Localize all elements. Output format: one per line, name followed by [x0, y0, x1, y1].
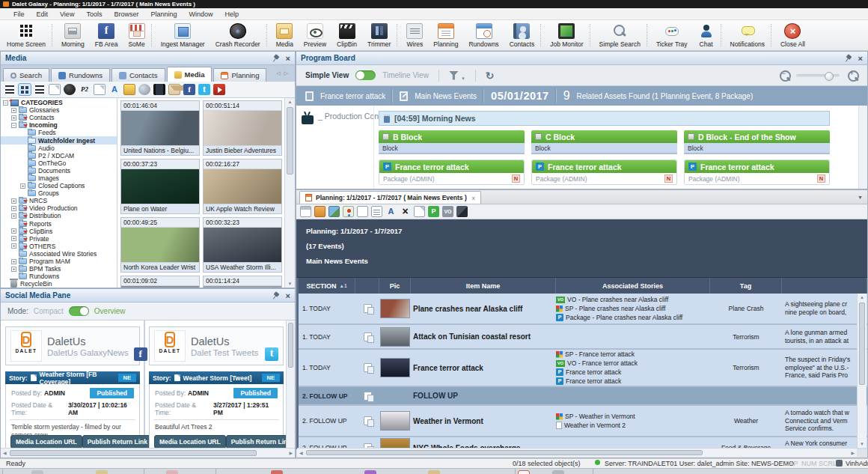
tree-item-onthego[interactable]: OnTheGo: [1, 159, 117, 167]
list-view-icon[interactable]: [4, 84, 16, 95]
text-tool-icon[interactable]: [385, 206, 397, 217]
scroll-down-icon[interactable]: ▼: [858, 442, 867, 446]
media-thumbnail[interactable]: 00:00:32:23USA Weather Storm Illi...: [203, 217, 282, 273]
mode-overview-label[interactable]: Overview: [94, 307, 126, 315]
rundown-name[interactable]: Main News Events: [415, 92, 477, 100]
collapse-icon[interactable]: [3, 100, 8, 106]
web-icon[interactable]: [138, 84, 150, 95]
tree-item-private[interactable]: Private: [1, 235, 117, 243]
toolbar-simple-search[interactable]: Simple Search: [594, 21, 646, 49]
tree-item-closed-captions[interactable]: Closed Captions: [1, 182, 117, 189]
pin-icon[interactable]: [270, 290, 281, 300]
new-document-icon[interactable]: [49, 84, 61, 95]
text-tool-icon[interactable]: [109, 84, 120, 95]
script-icon[interactable]: [371, 206, 382, 217]
expand-icon[interactable]: [11, 228, 16, 234]
scroll-right-icon[interactable]: ▶: [289, 450, 293, 455]
expand-icon[interactable]: [11, 267, 16, 272]
scrollbar-thumb[interactable]: [287, 107, 293, 174]
image-icon[interactable]: [328, 206, 340, 217]
associated-story[interactable]: France terror attack: [566, 368, 621, 376]
tree-item-bpm-tasks[interactable]: BPM Tasks: [1, 265, 117, 273]
expand-icon[interactable]: [11, 213, 16, 219]
tree-item-contacts[interactable]: Contacts: [1, 114, 117, 121]
expand-icon[interactable]: [11, 206, 16, 211]
tab-planning[interactable]: Planning: [213, 68, 266, 82]
filter-icon[interactable]: [449, 71, 459, 80]
calendar-icon[interactable]: [300, 206, 311, 217]
toolbar-chat[interactable]: Chat: [693, 21, 720, 49]
package-card[interactable]: PFrance terror attack Package (ADMIN)N: [379, 159, 525, 185]
toolbar-preview[interactable]: Preview: [299, 21, 331, 49]
menu-tools[interactable]: Tools: [80, 10, 108, 18]
thumbnail-scrollbar[interactable]: ▲ ▼: [284, 98, 295, 288]
social-hscrollbar[interactable]: ◀ ▶: [1, 448, 295, 458]
collapse-icon[interactable]: [11, 123, 16, 128]
toolbar-wires[interactable]: Wires: [401, 21, 428, 49]
scroll-up-icon[interactable]: ▲: [858, 295, 867, 300]
grid-view-icon[interactable]: [19, 84, 31, 95]
mail-icon[interactable]: [168, 84, 180, 95]
zoom-out-icon[interactable]: −: [777, 69, 790, 82]
tree-item-watchfolder-ingest[interactable]: Watchfolder Ingest: [1, 136, 117, 144]
table-row[interactable]: 1. TODAY France terror attack SP - Franc…: [299, 350, 867, 387]
social-vscrollbar[interactable]: [286, 320, 295, 449]
tree-item-clipbins[interactable]: ClipBins: [1, 228, 117, 235]
account-header[interactable]: DDALET DaletUs Dalet Test Tweets: [149, 326, 284, 365]
media-location-url-button[interactable]: Media Location URL: [154, 435, 226, 449]
wedge-icon[interactable]: [456, 206, 468, 217]
expand-icon[interactable]: [20, 183, 25, 189]
associated-story[interactable]: Package - Plane crashes near Alaska clif…: [566, 314, 682, 321]
toolbar-clipbin[interactable]: ClipBin: [331, 21, 362, 49]
p2-import-icon[interactable]: [79, 84, 91, 95]
menu-browser[interactable]: Browser: [108, 10, 144, 18]
media-thumbnail[interactable]: 00:01:09:02: [120, 276, 200, 288]
package-card[interactable]: PFrance terror attack Package (ADMIN)N: [531, 159, 677, 185]
menu-help[interactable]: Help: [218, 10, 245, 18]
expand-icon[interactable]: [11, 198, 16, 204]
publish-return-link-button[interactable]: Publish Return Link: [226, 435, 295, 449]
tab-contacts[interactable]: Contacts: [111, 68, 165, 82]
tree-item-rundowns[interactable]: Rundowns: [1, 273, 117, 280]
mode-toggle[interactable]: [69, 306, 89, 316]
tab-scroll-arrows[interactable]: ◁▷: [276, 70, 292, 76]
event-name[interactable]: France terror attack: [320, 92, 385, 100]
account-header[interactable]: DDALET DaletUs DaletUs GalaxyNews: [5, 326, 140, 365]
associated-story[interactable]: SP - France terror attack: [565, 350, 635, 358]
detail-view-icon[interactable]: [34, 84, 46, 95]
media-thumbnail[interactable]: 00:01:14:24: [203, 276, 282, 288]
youtube-icon[interactable]: [213, 84, 225, 95]
tree-item-documents[interactable]: Documents: [1, 167, 117, 174]
toolbar-morning[interactable]: Morning: [56, 21, 90, 49]
close-icon[interactable]: ×: [858, 55, 863, 62]
expand-icon[interactable]: [11, 259, 16, 264]
simple-view-label[interactable]: Simple View: [305, 71, 349, 79]
toolbar-fb-area[interactable]: FB Area: [90, 21, 123, 49]
menu-window[interactable]: Window: [183, 10, 218, 18]
expand-icon[interactable]: [11, 236, 16, 241]
page-icon[interactable]: [414, 206, 425, 217]
associated-story[interactable]: VO - Plane crashes near Alaska cliff: [567, 296, 668, 303]
close-tab-icon[interactable]: x: [472, 195, 475, 201]
expand-icon[interactable]: [11, 108, 16, 113]
tree-item-p2-xdcam[interactable]: P2 / XDCAM: [1, 152, 117, 159]
package-icon[interactable]: [428, 206, 439, 217]
planning-tab[interactable]: Planning: 1/1/2017 - 1/7/2017 ( Main New…: [299, 191, 481, 204]
menu-edit[interactable]: Edit: [31, 10, 55, 18]
scroll-left-icon[interactable]: ◀: [3, 450, 7, 455]
toolbar-media[interactable]: Media: [271, 21, 299, 49]
tab-list-caret-icon[interactable]: ▼: [858, 195, 863, 200]
package-card[interactable]: PFrance terror attack Package (ADMIN)N: [684, 159, 830, 185]
publish-return-link-button[interactable]: Publish Return Link: [82, 435, 153, 449]
tree-item-associated-wire-stories[interactable]: Associated Wire Stories: [1, 250, 117, 258]
table-row[interactable]: 1. TODAY Attack on Tunisian coastal reso…: [299, 325, 867, 350]
view-toggle[interactable]: [355, 70, 376, 80]
expand-icon[interactable]: [11, 243, 16, 249]
close-icon[interactable]: ×: [286, 292, 290, 300]
media-location-url-button[interactable]: Media Location URL: [10, 435, 82, 449]
tree-item-groups[interactable]: Groups: [1, 189, 117, 197]
facebook-icon[interactable]: [183, 84, 195, 95]
zoom-in-icon[interactable]: +: [846, 69, 858, 82]
mode-compact-label[interactable]: Compact: [34, 307, 64, 315]
map-icon[interactable]: [343, 206, 354, 217]
